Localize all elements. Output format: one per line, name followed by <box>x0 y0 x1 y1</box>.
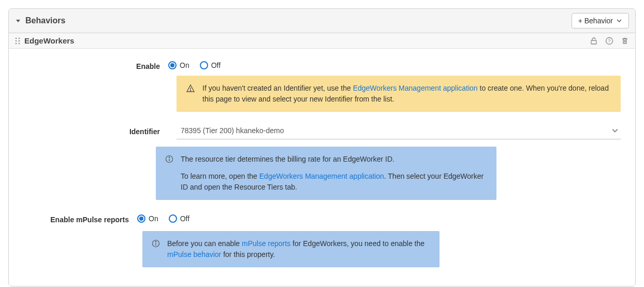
mpulse-row: Enable mPulse reports On Off <box>8 214 621 224</box>
identifier-warning-alert: If you haven't created an Identifier yet… <box>177 76 621 112</box>
svg-point-6 <box>19 42 20 44</box>
enable-label: Enable <box>23 61 168 70</box>
mpulse-off-radio[interactable]: Off <box>169 214 189 223</box>
mpulse-radio-group: On Off <box>137 214 621 223</box>
subheader-left: EdgeWorkers <box>15 36 74 45</box>
mpulse-mid: for EdgeWorkers, you need to enable the <box>290 239 425 248</box>
behavior-subheader: EdgeWorkers ? <box>9 33 635 49</box>
svg-text:?: ? <box>608 38 610 44</box>
mpulse-behavior-link[interactable]: mPulse behavior <box>167 250 221 259</box>
svg-point-2 <box>19 37 20 39</box>
svg-point-4 <box>19 40 20 41</box>
warning-text: If you haven't created an Identifier yet… <box>202 83 611 105</box>
identifier-select[interactable]: 78395 (Tier 200) hkaneko-demo <box>177 122 621 139</box>
lock-icon[interactable] <box>590 37 598 45</box>
svg-point-15 <box>169 157 169 157</box>
enable-radio-group: On Off <box>168 61 621 69</box>
mpulse-reports-link[interactable]: mPulse reports <box>242 239 290 248</box>
mpulse-info-alert: Before you can enable mPulse reports for… <box>142 231 440 267</box>
drag-handle-icon[interactable] <box>15 37 20 45</box>
behavior-content: Enable On Off If you haven't creat <box>9 49 635 286</box>
mpulse-pre: Before you can enable <box>167 239 242 248</box>
svg-marker-0 <box>16 20 20 22</box>
warning-icon <box>186 83 195 93</box>
radio-label-off: Off <box>211 61 221 69</box>
enable-row: Enable On Off <box>23 61 621 70</box>
radio-icon <box>200 61 208 69</box>
svg-point-18 <box>155 241 156 242</box>
tier-info-text: The resource tier determines the billing… <box>181 154 487 193</box>
add-behavior-label: + Behavior <box>578 17 613 25</box>
svg-point-5 <box>16 42 17 44</box>
mpulse-post: for this property. <box>221 250 275 259</box>
svg-point-1 <box>16 37 17 39</box>
collapse-icon[interactable] <box>15 18 21 24</box>
panel-title: Behaviors <box>25 16 65 25</box>
add-behavior-button[interactable]: + Behavior <box>572 13 629 28</box>
panel-header: Behaviors + Behavior <box>9 9 635 33</box>
enable-on-radio[interactable]: On <box>168 61 189 69</box>
mpulse-info-text: Before you can enable mPulse reports for… <box>167 238 430 260</box>
mpulse-on-radio[interactable]: On <box>137 214 158 223</box>
edgeworkers-mgmt-link-2[interactable]: EdgeWorkers Management application <box>259 172 384 180</box>
mpulse-label: Enable mPulse reports <box>8 214 137 224</box>
enable-off-radio[interactable]: Off <box>200 61 221 69</box>
help-icon[interactable]: ? <box>605 37 613 45</box>
radio-label-on: On <box>149 214 158 223</box>
behaviors-panel: Behaviors + Behavior EdgeWorkers <box>8 8 636 286</box>
radio-icon <box>137 214 145 223</box>
identifier-value: 78395 (Tier 200) hkaneko-demo <box>181 126 284 135</box>
tier-info-pre: To learn more, open the <box>181 172 259 180</box>
panel-header-left: Behaviors <box>15 16 65 25</box>
radio-icon <box>169 214 177 223</box>
info-icon <box>165 154 173 163</box>
warning-pre: If you haven't created an Identifier yet… <box>202 84 353 92</box>
subheader-actions: ? <box>590 37 629 45</box>
chevron-down-icon <box>616 18 622 24</box>
radio-label-on: On <box>180 61 189 69</box>
chevron-down-icon <box>611 127 619 134</box>
svg-point-12 <box>190 90 191 91</box>
radio-icon <box>168 61 177 69</box>
identifier-label: Identifier <box>23 126 168 136</box>
radio-label-off: Off <box>180 214 189 223</box>
delete-icon[interactable] <box>621 37 629 45</box>
behavior-title: EdgeWorkers <box>24 36 74 45</box>
tier-info-alert: The resource tier determines the billing… <box>156 147 496 200</box>
edgeworkers-mgmt-link[interactable]: EdgeWorkers Management application <box>353 84 478 92</box>
svg-point-3 <box>16 40 17 41</box>
svg-rect-7 <box>591 40 596 44</box>
tier-info-line1: The resource tier determines the billing… <box>181 154 487 165</box>
info-icon <box>152 238 160 248</box>
